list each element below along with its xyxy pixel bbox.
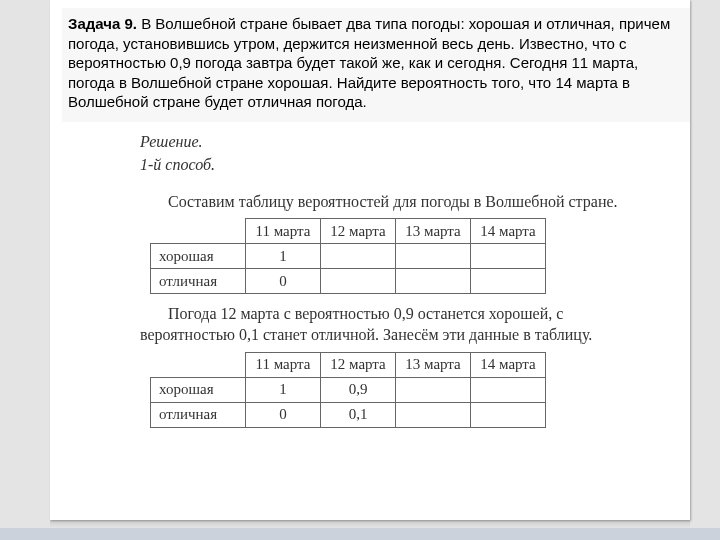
cell: 0 xyxy=(246,269,321,294)
table-row: хорошая 1 0,9 xyxy=(151,377,546,402)
row-label: хорошая xyxy=(151,244,246,269)
cell xyxy=(396,402,471,427)
cell xyxy=(471,269,546,294)
table-header: 13 марта xyxy=(396,219,471,244)
problem-title: Задача 9. xyxy=(68,15,137,32)
row-label: хорошая xyxy=(151,377,246,402)
bottom-strip xyxy=(0,528,720,540)
solution-intro-text: Составим таблицу вероятностей для погоды… xyxy=(140,192,650,213)
table-row: 11 марта 12 марта 13 марта 14 марта xyxy=(151,352,546,377)
cell xyxy=(396,244,471,269)
table-row: 11 марта 12 марта 13 марта 14 марта xyxy=(151,219,546,244)
table-header: 13 марта xyxy=(396,352,471,377)
document-page: Задача 9. В Волшебной стране бывает два … xyxy=(50,0,690,520)
cell: 1 xyxy=(246,377,321,402)
table-corner xyxy=(151,219,246,244)
problem-text: В Волшебной стране бывает два типа погод… xyxy=(68,15,670,110)
table-row: отличная 0 0,1 xyxy=(151,402,546,427)
cell xyxy=(321,269,396,294)
page-shadow xyxy=(50,520,690,528)
cell: 0,9 xyxy=(321,377,396,402)
table-header: 11 марта xyxy=(246,219,321,244)
table-header: 14 марта xyxy=(471,219,546,244)
row-label: отличная xyxy=(151,402,246,427)
problem-statement-box: Задача 9. В Волшебной стране бывает два … xyxy=(62,8,690,122)
cell xyxy=(396,377,471,402)
probability-table-1: 11 марта 12 марта 13 марта 14 марта хоро… xyxy=(150,218,546,294)
cell xyxy=(321,244,396,269)
table-header: 12 марта xyxy=(321,219,396,244)
solution-method: 1-й способ. xyxy=(140,155,650,176)
cell xyxy=(396,269,471,294)
table-header: 11 марта xyxy=(246,352,321,377)
table-header: 14 марта xyxy=(471,352,546,377)
cell xyxy=(471,377,546,402)
table-corner xyxy=(151,352,246,377)
solution-heading: Решение. xyxy=(140,132,650,153)
cell xyxy=(471,402,546,427)
table-row: хорошая 1 xyxy=(151,244,546,269)
table-header: 12 марта xyxy=(321,352,396,377)
cell: 1 xyxy=(246,244,321,269)
table-row: отличная 0 xyxy=(151,269,546,294)
probability-table-2: 11 марта 12 марта 13 марта 14 марта хоро… xyxy=(150,352,546,428)
cell: 0 xyxy=(246,402,321,427)
solution-block: Решение. 1-й способ. Составим таблицу ве… xyxy=(140,132,650,438)
solution-middle-text: Погода 12 марта с вероятностью 0,9 остан… xyxy=(140,304,650,346)
cell xyxy=(471,244,546,269)
row-label: отличная xyxy=(151,269,246,294)
cell: 0,1 xyxy=(321,402,396,427)
